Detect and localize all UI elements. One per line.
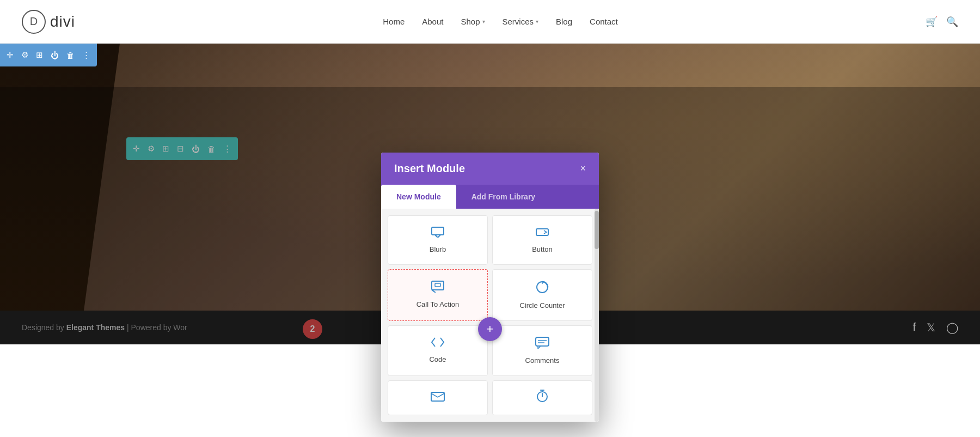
logo[interactable]: D divi	[22, 10, 75, 34]
navbar: D divi Home About Shop ▾ Services ▾ Blog…	[0, 0, 980, 44]
module-blurb[interactable]: Blurb	[388, 215, 488, 265]
blurb-label: Blurb	[430, 245, 446, 253]
blurb-icon	[431, 227, 444, 241]
nav-menu: Home About Shop ▾ Services ▾ Blog Contac…	[383, 17, 618, 26]
scrollbar-track	[595, 209, 599, 422]
disable-section-icon[interactable]: ⏻	[51, 51, 59, 60]
module-countdown[interactable]	[492, 380, 592, 415]
modal-tabs: New Module Add From Library	[381, 185, 599, 209]
cta-icon	[431, 281, 444, 296]
comments-label: Comments	[525, 356, 560, 365]
nav-item-blog[interactable]: Blog	[556, 17, 572, 26]
code-icon	[431, 337, 445, 351]
svg-rect-10	[431, 392, 444, 401]
button-label: Button	[532, 245, 553, 253]
code-label: Code	[429, 355, 446, 363]
insert-module-modal: Insert Module × New Module Add From Libr…	[381, 153, 599, 422]
search-icon[interactable]: 🔍	[946, 16, 958, 28]
scrollbar-thumb[interactable]	[595, 211, 599, 249]
nav-item-contact[interactable]: Contact	[590, 17, 618, 26]
svg-rect-7	[536, 337, 549, 346]
contact-form-icon	[431, 391, 445, 405]
module-circle-counter[interactable]: Circle Counter	[492, 269, 592, 321]
button-icon	[536, 227, 549, 241]
countdown-icon	[536, 390, 549, 406]
circle-counter-label: Circle Counter	[519, 301, 565, 309]
modal-overlay: Insert Module × New Module Add From Libr…	[0, 87, 980, 344]
comments-icon	[535, 337, 549, 352]
circle-counter-icon	[536, 281, 549, 297]
modal-body-wrapper: Blurb Button	[381, 209, 599, 422]
add-section-icon[interactable]: ✛	[7, 50, 14, 60]
more-section-icon[interactable]: ⋮	[82, 50, 90, 60]
modal-header: Insert Module ×	[381, 153, 599, 185]
modal-body: Blurb Button	[381, 209, 599, 422]
nav-item-services[interactable]: Services ▾	[503, 17, 539, 26]
module-contact-form[interactable]	[388, 380, 488, 415]
modal-add-bottom-button[interactable]: +	[478, 317, 502, 341]
module-comments[interactable]: Comments	[492, 325, 592, 376]
logo-icon: D	[22, 10, 46, 34]
module-button[interactable]: Button	[492, 215, 592, 265]
svg-rect-0	[432, 227, 444, 235]
tab-new-module[interactable]: New Module	[381, 185, 456, 209]
nav-item-shop[interactable]: Shop ▾	[461, 17, 485, 26]
nav-icons: 🛒 🔍	[926, 16, 958, 28]
cta-label: Call To Action	[416, 300, 460, 308]
delete-section-icon[interactable]: 🗑	[66, 51, 75, 60]
modal-title: Insert Module	[394, 162, 465, 175]
modal-close-button[interactable]: ×	[580, 163, 586, 174]
settings-section-icon[interactable]: ⚙	[21, 50, 28, 60]
logo-text: divi	[50, 13, 75, 31]
nav-item-about[interactable]: About	[422, 17, 443, 26]
duplicate-section-icon[interactable]: ⊞	[36, 50, 43, 60]
module-code[interactable]: Code	[388, 325, 488, 376]
section-toolbar: ✛ ⚙ ⊞ ⏻ 🗑 ⋮	[0, 44, 97, 66]
module-grid: Blurb Button	[388, 215, 592, 415]
svg-rect-2	[432, 281, 444, 290]
cart-icon[interactable]: 🛒	[926, 16, 938, 28]
tab-add-from-library[interactable]: Add From Library	[456, 185, 550, 209]
svg-rect-4	[435, 283, 440, 287]
nav-item-home[interactable]: Home	[383, 17, 405, 26]
module-call-to-action[interactable]: Call To Action	[388, 269, 488, 321]
